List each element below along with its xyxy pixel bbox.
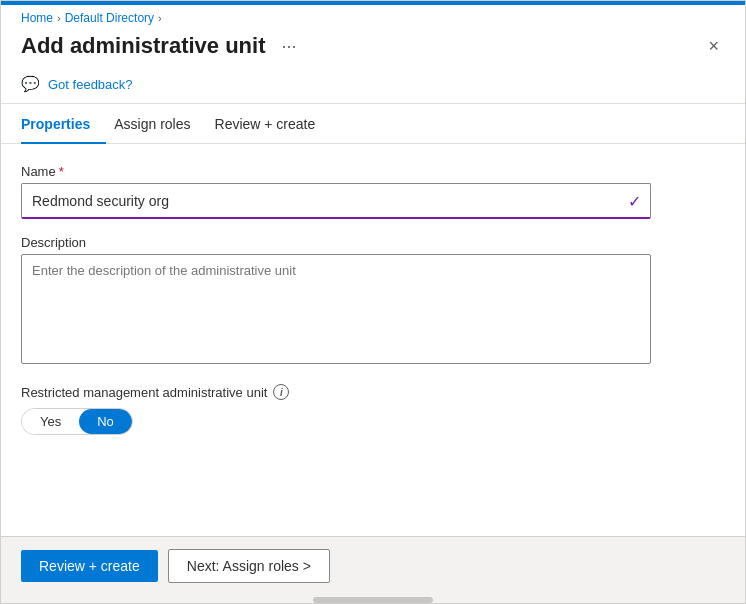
breadcrumb-chevron-2: ›: [158, 12, 162, 24]
ellipsis-button[interactable]: ···: [275, 34, 302, 59]
description-form-group: Description: [21, 235, 725, 368]
next-assign-roles-button[interactable]: Next: Assign roles >: [168, 549, 330, 583]
info-icon[interactable]: i: [273, 384, 289, 400]
breadcrumb: Home › Default Directory ›: [1, 5, 745, 29]
feedback-bar[interactable]: 💬 Got feedback?: [1, 69, 745, 103]
required-star: *: [59, 164, 64, 179]
description-label: Description: [21, 235, 725, 250]
modal-footer: Review + create Next: Assign roles >: [1, 536, 745, 595]
restricted-label: Restricted management administrative uni…: [21, 384, 725, 400]
description-textarea[interactable]: [21, 254, 651, 364]
restricted-section: Restricted management administrative uni…: [21, 384, 725, 435]
breadcrumb-chevron-1: ›: [57, 12, 61, 24]
breadcrumb-default-directory[interactable]: Default Directory: [65, 11, 154, 25]
name-input-wrapper: ✓: [21, 183, 651, 219]
tab-assign-roles[interactable]: Assign roles: [114, 104, 206, 144]
tab-review-create[interactable]: Review + create: [215, 104, 332, 144]
toggle-group: Yes No: [21, 408, 133, 435]
feedback-label: Got feedback?: [48, 77, 133, 92]
checkmark-icon: ✓: [628, 192, 641, 211]
review-create-button[interactable]: Review + create: [21, 550, 158, 582]
scrollbar-area: [1, 595, 745, 603]
breadcrumb-home[interactable]: Home: [21, 11, 53, 25]
close-button[interactable]: ×: [702, 33, 725, 59]
tabs-bar: Properties Assign roles Review + create: [1, 104, 745, 144]
feedback-icon: 💬: [21, 75, 40, 93]
page-title: Add administrative unit: [21, 33, 265, 59]
add-admin-unit-modal: Home › Default Directory › Add administr…: [0, 0, 746, 604]
name-input[interactable]: [21, 183, 651, 219]
tab-properties[interactable]: Properties: [21, 104, 106, 144]
name-form-group: Name * ✓: [21, 164, 725, 219]
toggle-no-button[interactable]: No: [79, 409, 132, 434]
name-label: Name *: [21, 164, 725, 179]
toggle-yes-button[interactable]: Yes: [22, 409, 79, 434]
modal-header: Add administrative unit ··· ×: [1, 29, 745, 69]
modal-content: Name * ✓ Description Restricted manageme…: [1, 144, 745, 536]
title-area: Add administrative unit ···: [21, 33, 303, 59]
scrollbar-thumb[interactable]: [313, 597, 433, 603]
